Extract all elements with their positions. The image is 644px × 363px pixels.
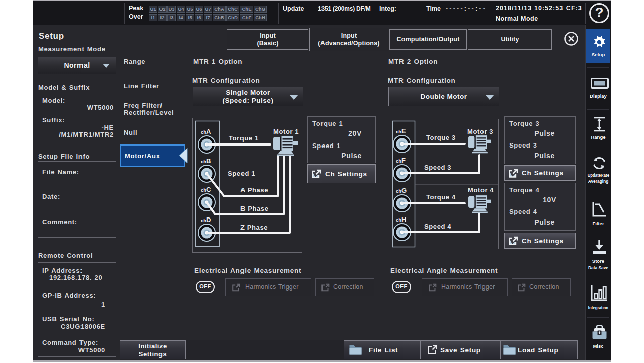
svg-text:Torque 1: Torque 1: [229, 134, 259, 142]
svg-text:chH: chH: [396, 215, 406, 223]
svg-text:Motor 1: Motor 1: [273, 128, 299, 135]
svg-text:B Phase: B Phase: [240, 205, 269, 212]
svg-text:A Phase: A Phase: [240, 186, 268, 194]
svg-text:Z Phase: Z Phase: [240, 224, 268, 231]
svg-text:chD: chD: [201, 216, 211, 224]
svg-text:Motor 3: Motor 3: [467, 128, 493, 135]
svg-text:Speed 4: Speed 4: [424, 223, 451, 230]
svg-text:chG: chG: [396, 187, 407, 194]
svg-text:chB: chB: [201, 157, 211, 165]
svg-text:chA: chA: [201, 128, 211, 135]
svg-text:chF: chF: [396, 157, 406, 164]
svg-text:Torque 3: Torque 3: [426, 134, 456, 141]
svg-text:Speed 1: Speed 1: [228, 170, 255, 177]
svg-text:Torque 4: Torque 4: [426, 193, 456, 201]
svg-text:chC: chC: [201, 186, 211, 193]
svg-text:chE: chE: [396, 127, 406, 135]
svg-text:Motor 4: Motor 4: [468, 186, 494, 194]
svg-text:Speed 3: Speed 3: [424, 164, 451, 171]
